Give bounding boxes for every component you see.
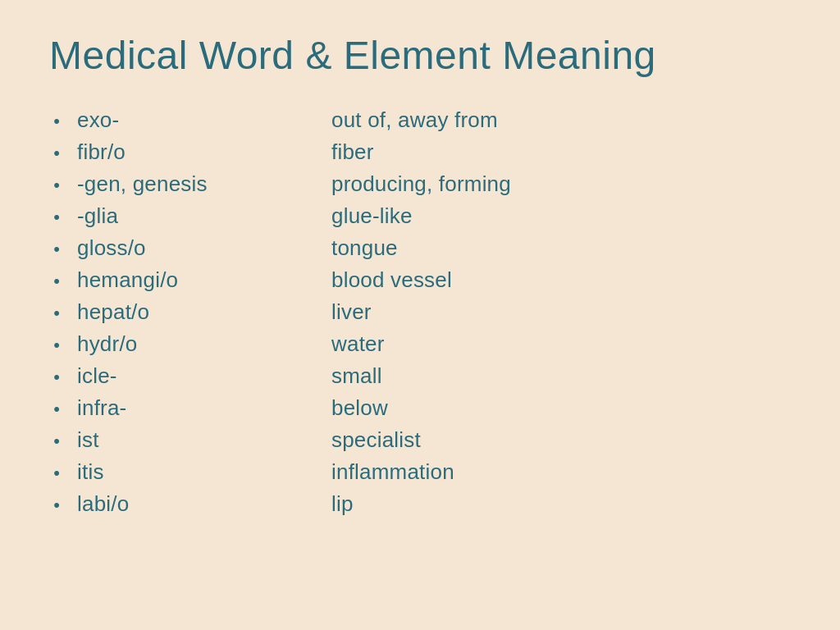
slide: Medical Word & Element Meaning •exo-out … [0, 0, 840, 630]
term-row: •fibr/ofiber [49, 139, 791, 165]
term-row: •icle-small [49, 363, 791, 389]
term-row: •labi/olip [49, 491, 791, 517]
medical-term: icle- [77, 363, 331, 389]
bullet-icon: • [49, 175, 64, 196]
term-meaning: tongue [331, 235, 398, 261]
term-meaning: fiber [331, 139, 374, 165]
term-meaning: lip [331, 491, 354, 517]
term-meaning: blood vessel [331, 267, 452, 293]
bullet-icon: • [49, 399, 64, 420]
medical-term: itis [77, 459, 331, 485]
term-row: •hepat/oliver [49, 299, 791, 325]
term-meaning: out of, away from [331, 107, 498, 133]
medical-term: -gen, genesis [77, 171, 331, 197]
bullet-icon: • [49, 495, 64, 516]
medical-term: fibr/o [77, 139, 331, 165]
term-row: •hydr/owater [49, 331, 791, 357]
medical-term: hemangi/o [77, 267, 331, 293]
term-row: •infra-below [49, 395, 791, 421]
term-row: •-gliaglue-like [49, 203, 791, 229]
bullet-icon: • [49, 463, 64, 484]
bullet-icon: • [49, 207, 64, 228]
term-meaning: glue-like [331, 203, 413, 229]
medical-term: -glia [77, 203, 331, 229]
bullet-icon: • [49, 143, 64, 164]
medical-term: labi/o [77, 491, 331, 517]
bullet-icon: • [49, 271, 64, 292]
term-meaning: below [331, 395, 388, 421]
bullet-icon: • [49, 335, 64, 356]
term-row: •-gen, genesisproducing, forming [49, 171, 791, 197]
medical-term: hepat/o [77, 299, 331, 325]
term-row: •gloss/otongue [49, 235, 791, 261]
term-meaning: inflammation [331, 459, 454, 485]
term-row: •hemangi/oblood vessel [49, 267, 791, 293]
content-area: •exo-out of, away from•fibr/ofiber•-gen,… [49, 107, 791, 523]
bullet-icon: • [49, 367, 64, 388]
term-meaning: liver [331, 299, 372, 325]
term-meaning: specialist [331, 427, 421, 453]
bullet-icon: • [49, 303, 64, 324]
medical-term: infra- [77, 395, 331, 421]
medical-term: ist [77, 427, 331, 453]
term-meaning: producing, forming [331, 171, 511, 197]
bullet-icon: • [49, 239, 64, 260]
term-row: •istspecialist [49, 427, 791, 453]
medical-term: exo- [77, 107, 331, 133]
bullet-icon: • [49, 111, 64, 132]
term-meaning: small [331, 363, 382, 389]
medical-term: gloss/o [77, 235, 331, 261]
term-meaning: water [331, 331, 385, 357]
bullet-icon: • [49, 431, 64, 452]
page-title: Medical Word & Element Meaning [49, 33, 791, 78]
term-row: •exo-out of, away from [49, 107, 791, 133]
term-row: •itisinflammation [49, 459, 791, 485]
medical-term: hydr/o [77, 331, 331, 357]
